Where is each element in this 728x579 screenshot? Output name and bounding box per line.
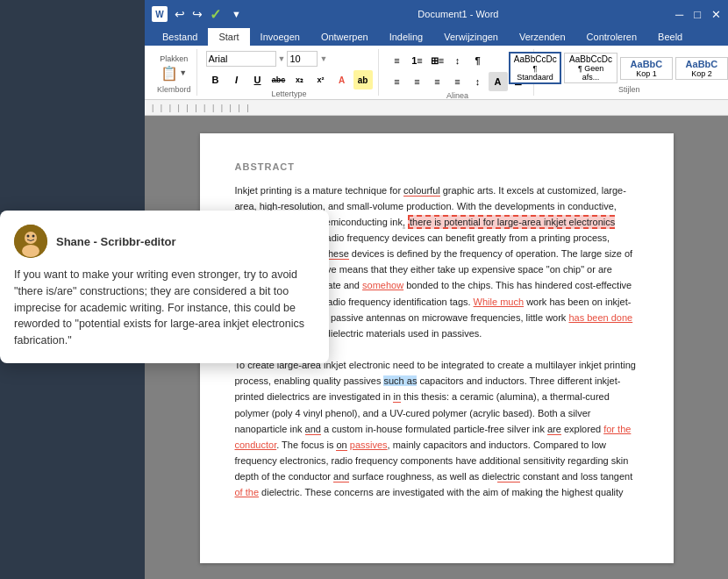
sort-button[interactable]: ↕ [448,51,467,70]
style-geen-label: ¶ Geen afs... [568,64,613,82]
style-standaard[interactable]: AaBbCcDc ¶ Standaard [509,52,561,84]
font-expand-icon: ▼ [278,54,286,63]
such-as-text: such as [383,375,417,386]
bullets-button[interactable]: ≡ [388,51,407,70]
italic-button[interactable]: I [227,70,246,89]
show-marks-button[interactable]: ¶ [468,51,488,70]
has-been-done-text: has been done [568,312,632,323]
style-kop2[interactable]: AaBbC Kop 2 [675,57,728,80]
comment-body: If you want to make your writing even st… [14,267,315,349]
style-kop1-label: Kop 1 [625,69,668,78]
style-kop1[interactable]: AaBbC Kop 1 [620,57,673,80]
comment-author: Shane - Scribbr-editor [56,235,176,248]
font-size-input[interactable] [287,51,318,67]
ruler-marks: | | | | | | | | | | | | [152,104,249,112]
clipboard-label: Klembord [157,85,191,94]
font-color-button[interactable]: A [332,70,352,89]
ruler: | | | | | | | | | | | | [145,100,728,116]
styles-label: Stijlen [618,85,640,94]
for-the-conductor-text: for the conductor [235,424,632,450]
of-the-text: of the [235,487,260,497]
superscript-button[interactable]: x² [311,70,331,89]
ribbon-group-clipboard: Plakken 📋 ▼ Klembord [152,49,197,96]
svg-point-5 [27,235,30,238]
underline-button[interactable]: U [248,70,268,89]
close-button[interactable]: ✕ [711,8,721,21]
are-text: are [547,424,561,435]
comment-header: Shane - Scribbr-editor [14,225,315,258]
font-label: Lettertype [272,89,307,98]
comment-avatar [14,225,47,258]
shading-button[interactable]: A [489,72,508,91]
plakken-label[interactable]: Plakken [160,54,188,64]
autosave-check: ✓ [210,6,221,23]
comment-panel: Shane - Scribbr-editor If you want to ma… [0,211,329,363]
svg-point-3 [25,232,37,244]
paragraph-label: Alinea [446,91,468,100]
ribbon-group-font: ▼ ▼ B I U abc x₂ x² A ab Lettertype [201,49,379,96]
tab-invoegen[interactable]: Invoegen [250,28,310,46]
numbering-button[interactable]: 1≡ [408,51,427,70]
paste-btn[interactable]: 📋 [161,65,178,82]
avatar-svg [14,225,47,258]
svg-point-4 [22,245,39,257]
on-text: on [336,440,346,451]
while-much-text: While much [474,297,524,307]
quick-access: ▼ [232,9,241,19]
line-spacing-button[interactable]: ↕ [468,72,488,91]
justify-button[interactable]: ≡ [448,72,467,91]
font-name-input[interactable] [206,51,276,67]
passives-text: passives [350,440,388,450]
style-kop2-label: Kop 2 [680,69,724,78]
align-center-button[interactable]: ≡ [408,72,427,91]
abstract-title: ABSTRACT [235,160,639,175]
minimize-button[interactable]: ─ [675,8,683,21]
redo-button[interactable]: ↪ [192,7,203,21]
in-text: in [393,391,401,403]
tab-verzenden[interactable]: Verzenden [509,28,576,46]
highlight-button[interactable]: ab [353,70,373,89]
tab-verwijzingen[interactable]: Verwijzingen [433,28,509,46]
outline-button[interactable]: ⊞≡ [428,51,447,70]
align-left-button[interactable]: ≡ [388,72,407,91]
maximize-button[interactable]: □ [694,8,701,21]
tab-beeld[interactable]: Beeld [647,28,693,46]
colourful-text: colourful [403,185,440,197]
subscript-button[interactable]: x₂ [290,70,310,89]
and-text: and [305,424,321,435]
tab-controleren[interactable]: Controleren [576,28,647,46]
word-icon: W [152,6,168,22]
tab-indeling[interactable]: Indeling [379,28,434,46]
undo-button[interactable]: ↩ [175,7,185,21]
somehow-text: somehow [362,280,403,290]
bold-button[interactable]: B [206,70,225,89]
ribbon-group-styles: AaBbCcDc ¶ Standaard AaBbCcDc ¶ Geen afs… [538,49,721,96]
font-size-expand: ▼ [319,54,327,63]
and-text2: and [333,471,349,482]
paste-arrow[interactable]: ▼ [179,68,187,82]
tab-ontwerpen[interactable]: Ontwerpen [310,28,379,46]
tab-start[interactable]: Start [208,28,249,46]
window-title: Document1 - Word [418,9,498,19]
align-right-button[interactable]: ≡ [428,72,447,91]
svg-point-6 [32,235,35,238]
title-bar: W ↩ ↪ ✓ ▼ Document1 - Word ─ □ ✕ [145,0,728,28]
tab-bestand[interactable]: Bestand [152,28,208,46]
strikethrough-button[interactable]: abc [269,70,289,89]
ribbon-tabs: Bestand Start Invoegen Ontwerpen Indelin… [145,28,728,46]
ectric-text: ectric [497,471,520,482]
style-geen[interactable]: AaBbCcDc ¶ Geen afs... [564,53,617,83]
ribbon-content: Plakken 📋 ▼ Klembord ▼ ▼ B I [145,46,728,100]
style-standaard-label: ¶ Standaard [514,64,556,82]
